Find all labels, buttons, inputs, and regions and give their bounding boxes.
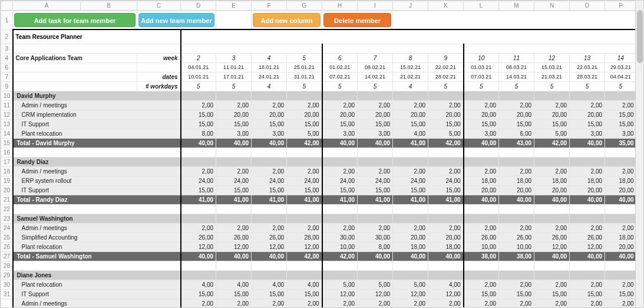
column-header-E[interactable]: E	[216, 1, 252, 11]
task-label[interactable]: Simplified Accounting	[13, 232, 181, 242]
month-header: February	[322, 44, 464, 53]
row-header[interactable]: 31	[1, 289, 13, 299]
column-header-K[interactable]: K	[428, 1, 464, 11]
member-name[interactable]: Diane Jones	[13, 270, 181, 280]
task-label[interactable]: Admin / meetings	[13, 100, 181, 110]
delete-member-button[interactable]: Delete member	[323, 13, 391, 27]
member-total-label: Total - David Murphy	[13, 138, 181, 148]
column-header-I[interactable]: I	[358, 1, 393, 11]
month-header: January	[181, 44, 322, 53]
row-header[interactable]: 6	[1, 63, 13, 72]
row-header[interactable]: 25	[1, 232, 13, 242]
column-header-D[interactable]: D	[181, 1, 216, 11]
member-total-label: Total - Samuel Washington	[13, 251, 181, 261]
task-label[interactable]: Admin / meetings	[13, 223, 181, 232]
task-label[interactable]: Admin / meetings	[13, 299, 181, 308]
member-total-label: Total - Randy Diaz	[13, 195, 181, 204]
member-name[interactable]: Samuel Washington	[13, 214, 181, 223]
column-header-F[interactable]: F	[252, 1, 287, 11]
member-name[interactable]: Randy Diaz	[13, 157, 181, 166]
task-label[interactable]: CRM implementation	[13, 110, 181, 119]
column-header-row: ABCDEFGHIJKLMNOP	[1, 1, 636, 11]
row-header[interactable]: 9	[1, 81, 13, 91]
member-name[interactable]: David Murphy	[13, 91, 181, 100]
add-task-button[interactable]: Add task for team member	[14, 13, 136, 27]
row-label: week	[137, 53, 181, 63]
column-header-N[interactable]: N	[534, 1, 570, 11]
row-header[interactable]: 26	[1, 242, 13, 251]
row-header[interactable]: 22	[1, 204, 13, 214]
task-label[interactable]: Admin / meetings	[13, 166, 181, 176]
row-header[interactable]: 17	[1, 157, 13, 166]
row-header[interactable]: 28	[1, 261, 13, 270]
row-header[interactable]: 10	[1, 91, 13, 100]
column-header-J[interactable]: J	[393, 1, 428, 11]
row-header[interactable]: 12	[1, 110, 13, 119]
row-label: # workdays	[137, 81, 181, 91]
task-label[interactable]: IT Support	[13, 185, 181, 195]
add-column-button[interactable]: Add new column	[253, 13, 321, 27]
row-header[interactable]: 14	[1, 129, 13, 138]
scrollbar-thumb[interactable]	[637, 10, 643, 63]
row-header[interactable]: 7	[1, 72, 13, 81]
select-all-cell[interactable]	[1, 1, 13, 11]
row-header[interactable]: 24	[1, 223, 13, 232]
task-label[interactable]: ERP system rollout	[13, 176, 181, 185]
add-member-button[interactable]: Add new team member	[138, 13, 214, 27]
row-header[interactable]: 18	[1, 166, 13, 176]
row-header[interactable]: 2	[1, 30, 13, 44]
column-header-A[interactable]: A	[13, 1, 81, 11]
row-header[interactable]: 1	[1, 11, 13, 30]
row-header[interactable]: 11	[1, 100, 13, 110]
task-label[interactable]: IT Support	[13, 289, 181, 299]
spreadsheet-grid[interactable]: 1Add task for team memberAdd new team me…	[1, 11, 636, 308]
task-label[interactable]: Plant relocation	[13, 242, 181, 251]
column-header-C[interactable]: C	[137, 1, 181, 11]
row-header[interactable]: 16	[1, 148, 13, 157]
row-label: dates	[137, 72, 181, 81]
row-header[interactable]: 15	[1, 138, 13, 148]
spreadsheet-window: ABCDEFGHIJKLMNOP 1Add task for team memb…	[0, 0, 644, 308]
row-header[interactable]: 3	[1, 44, 13, 53]
row-header[interactable]: 30	[1, 280, 13, 289]
row-header[interactable]: 23	[1, 214, 13, 223]
column-header-M[interactable]: M	[499, 1, 534, 11]
task-label[interactable]: Plant relocation	[13, 280, 181, 289]
row-header[interactable]: 29	[1, 270, 13, 280]
row-header[interactable]: 4	[1, 53, 13, 63]
row-header[interactable]: 20	[1, 185, 13, 195]
month-header: March	[464, 44, 636, 53]
row-header[interactable]: 21	[1, 195, 13, 204]
row-header[interactable]: 13	[1, 119, 13, 129]
row-header[interactable]: 19	[1, 176, 13, 185]
task-label[interactable]: Plant relocation	[13, 129, 181, 138]
column-header-G[interactable]: G	[287, 1, 322, 11]
row-header[interactable]	[1, 299, 13, 308]
column-header-O[interactable]: O	[570, 1, 605, 11]
column-header-L[interactable]: L	[464, 1, 499, 11]
page-title: Team Resource Planner	[13, 30, 181, 44]
column-header-B[interactable]: B	[81, 1, 137, 11]
column-header-H[interactable]: H	[322, 1, 358, 11]
row-header[interactable]: 27	[1, 251, 13, 261]
vertical-scrollbar[interactable]	[635, 1, 643, 307]
column-header-P[interactable]: P	[605, 1, 637, 11]
task-label[interactable]: IT Support	[13, 119, 181, 129]
team-name: Core Applications Team	[13, 53, 137, 63]
